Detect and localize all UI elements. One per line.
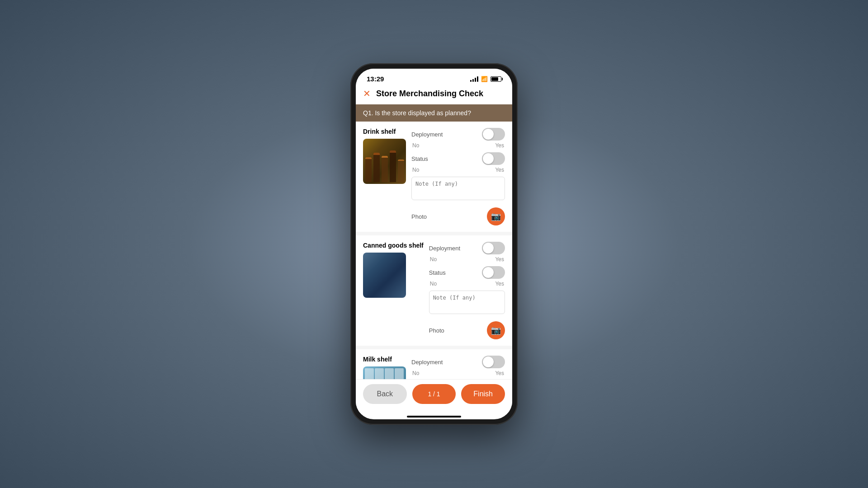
drink-status-no: No [412, 167, 419, 173]
canned-shelf-label: Canned goods shelf [363, 242, 424, 249]
app-title: Store Merchandising Check [376, 89, 483, 99]
milk-shelf-label: Milk shelf [363, 356, 406, 363]
drink-status-label: Status [411, 155, 428, 162]
status-icons: 📶 [470, 76, 501, 82]
canned-deployment-no-yes: No Yes [429, 256, 505, 263]
drink-camera-icon: 📷 [491, 211, 501, 221]
drink-shelf-left: Drink shelf [363, 128, 406, 225]
canned-status-yes: Yes [495, 281, 504, 287]
milk-deployment-no: No [412, 370, 419, 376]
signal-icon [470, 76, 478, 82]
canned-deployment-toggle[interactable] [482, 242, 505, 254]
bottom-bar: Back 1 / 1 Finish [356, 379, 512, 413]
milk-deployment-no-yes: No Yes [411, 370, 505, 376]
home-indicator[interactable] [407, 416, 461, 418]
status-time: 13:29 [367, 75, 384, 83]
drink-note-input[interactable] [411, 177, 505, 200]
canned-deployment-no: No [430, 256, 437, 263]
canned-status-label: Status [429, 269, 446, 276]
page-indicator: 1 / 1 [412, 384, 456, 404]
milk-shelf-left: Milk shelf [363, 356, 406, 379]
drink-status-no-yes: No Yes [411, 167, 505, 173]
status-bar: 13:29 📶 [356, 69, 512, 86]
phone-screen: 13:29 📶 ✕ Store Merchandising Check [356, 69, 512, 419]
drink-deployment-no: No [412, 142, 419, 149]
scroll-content[interactable]: Drink shelf Deployment [356, 122, 512, 379]
milk-deployment-yes: Yes [495, 370, 504, 376]
canned-note-input[interactable] [429, 291, 505, 314]
drink-deployment-label: Deployment [411, 131, 443, 138]
close-button[interactable]: ✕ [363, 88, 371, 99]
drink-deployment-row: Deployment [411, 128, 505, 141]
battery-icon [491, 76, 501, 82]
canned-shelf-left: Canned goods shelf [363, 242, 424, 339]
drink-shelf-image [363, 139, 406, 184]
finish-button[interactable]: Finish [461, 384, 505, 404]
canned-camera-icon: 📷 [491, 325, 501, 335]
drink-deployment-toggle[interactable] [482, 128, 505, 141]
canned-status-row: Status [429, 266, 505, 279]
drink-deployment-no-yes: No Yes [411, 142, 505, 149]
back-button[interactable]: Back [363, 384, 407, 404]
canned-status-no: No [430, 281, 437, 287]
drink-status-row: Status [411, 152, 505, 165]
drink-status-yes: Yes [495, 167, 504, 173]
milk-deployment-row: Deployment [411, 356, 505, 368]
milk-deployment-label: Deployment [411, 359, 443, 366]
canned-shelf-section: Canned goods shelf [356, 235, 512, 346]
canned-deployment-label: Deployment [429, 245, 460, 252]
question-banner: Q1. Is the store displayed as planned? [356, 104, 512, 122]
wifi-icon: 📶 [481, 76, 488, 82]
drink-camera-button[interactable]: 📷 [487, 207, 505, 225]
drink-photo-row: Photo 📷 [411, 207, 505, 225]
canned-shelf-image [363, 253, 406, 298]
drink-status-toggle[interactable] [482, 152, 505, 165]
drink-shelf-right: Deployment No Yes Status [411, 128, 505, 225]
milk-deployment-toggle[interactable] [482, 356, 505, 368]
question-text: Q1. Is the store displayed as planned? [363, 109, 471, 117]
drink-shelf-label: Drink shelf [363, 128, 406, 135]
canned-deployment-yes: Yes [495, 256, 504, 263]
drink-deployment-yes: Yes [495, 142, 504, 149]
phone-frame: 13:29 📶 ✕ Store Merchandising Check [350, 63, 518, 425]
canned-status-no-yes: No Yes [429, 281, 505, 287]
drink-photo-label: Photo [411, 213, 427, 220]
canned-status-toggle[interactable] [482, 266, 505, 279]
milk-shelf-image [363, 366, 406, 379]
milk-shelf-right: Deployment No Yes Status [411, 356, 505, 379]
canned-photo-label: Photo [429, 327, 444, 334]
canned-photo-row: Photo 📷 [429, 321, 505, 339]
canned-deployment-row: Deployment [429, 242, 505, 254]
canned-shelf-right: Deployment No Yes Status [429, 242, 505, 339]
drink-shelf-section: Drink shelf Deployment [356, 122, 512, 232]
canned-camera-button[interactable]: 📷 [487, 321, 505, 339]
milk-shelf-section: Milk shelf [356, 349, 512, 379]
app-header: ✕ Store Merchandising Check [356, 86, 512, 104]
